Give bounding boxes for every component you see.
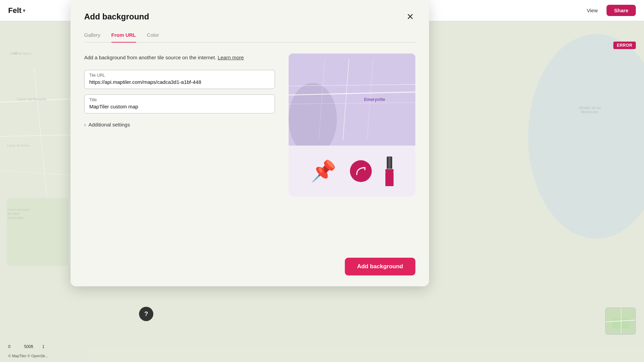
modal-right-column: Emeryville 📌 bbox=[289, 54, 415, 197]
tab-color[interactable]: Color bbox=[147, 32, 159, 43]
share-button[interactable]: Share bbox=[607, 5, 636, 16]
preview-icons: 📌 bbox=[289, 146, 415, 197]
error-badge: ERROR bbox=[613, 42, 636, 49]
tile-url-input-group: Tile URL bbox=[84, 70, 275, 89]
preview-map: Emeryville bbox=[289, 54, 415, 146]
tile-url-input[interactable] bbox=[89, 79, 270, 85]
add-background-modal: Add background ✕ Gallery From URL Color … bbox=[71, 0, 429, 286]
map-scale: 0 500ft 1 bbox=[8, 344, 45, 349]
preview-map-svg: Emeryville bbox=[289, 54, 415, 146]
description-text: Add a background from another tile sourc… bbox=[84, 54, 275, 62]
additional-settings-toggle[interactable]: › Additional settings bbox=[84, 119, 130, 130]
logo-text: Felt bbox=[8, 6, 21, 15]
turn-arrow-icon bbox=[350, 160, 372, 182]
mini-map-svg bbox=[606, 308, 636, 335]
map-copyright: © MapTiler © OpenStr... bbox=[8, 354, 48, 358]
view-button[interactable]: View bbox=[583, 5, 601, 15]
modal-close-button[interactable]: ✕ bbox=[405, 11, 415, 22]
chevron-right-icon: › bbox=[84, 122, 86, 127]
tile-url-label: Tile URL bbox=[89, 73, 270, 78]
felt-logo: Felt ▾ bbox=[8, 6, 25, 15]
title-input-group: Title bbox=[84, 94, 275, 114]
logo-chevron: ▾ bbox=[23, 8, 25, 13]
turn-arrow-svg bbox=[355, 165, 367, 177]
description-main: Add a background from another tile sourc… bbox=[84, 55, 216, 60]
scale-0: 0 bbox=[8, 344, 11, 349]
tabs-container: Gallery From URL Color bbox=[84, 32, 415, 43]
marker-icon bbox=[385, 156, 394, 186]
pin-icon: 📌 bbox=[311, 161, 336, 181]
add-background-button[interactable]: Add background bbox=[345, 258, 415, 275]
additional-settings-label: Additional settings bbox=[89, 122, 130, 127]
help-button[interactable]: ? bbox=[139, 307, 153, 321]
preview-image: Emeryville 📌 bbox=[289, 54, 415, 197]
tab-from-url[interactable]: From URL bbox=[111, 32, 136, 43]
title-label: Title bbox=[89, 97, 270, 102]
modal-title: Add background bbox=[84, 12, 149, 21]
svg-text:Emeryville: Emeryville bbox=[364, 97, 385, 102]
modal-header: Add background ✕ bbox=[84, 11, 415, 22]
modal-body: Add a background from another tile sourc… bbox=[84, 54, 415, 197]
modal-left-column: Add a background from another tile sourc… bbox=[84, 54, 275, 197]
scale-1: 1 bbox=[42, 344, 45, 349]
scale-500ft: 500ft bbox=[24, 344, 33, 349]
title-input[interactable] bbox=[89, 104, 270, 109]
tab-gallery[interactable]: Gallery bbox=[84, 32, 101, 43]
learn-more-link[interactable]: Learn more bbox=[218, 55, 244, 60]
mini-map[interactable] bbox=[605, 307, 636, 335]
